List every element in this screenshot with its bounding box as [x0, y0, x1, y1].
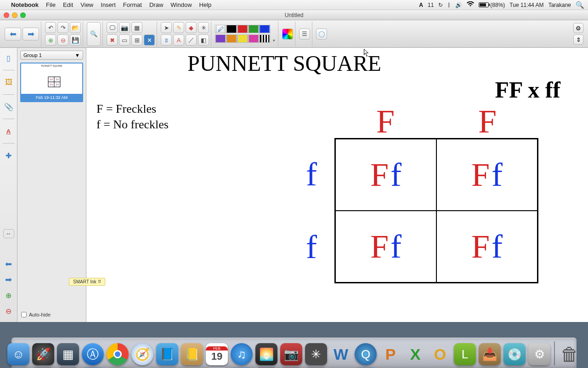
next-page-button[interactable]: ➡	[23, 28, 39, 40]
auto-hide-input[interactable]	[21, 312, 27, 317]
save-button[interactable]: 💾	[70, 34, 81, 46]
pen-red[interactable]	[237, 25, 248, 33]
dock-powerpoint[interactable]: P	[379, 343, 401, 365]
color-picker-button[interactable]	[282, 29, 293, 40]
spotlight-icon[interactable]: 🔍	[576, 1, 584, 9]
line-tool-button[interactable]: ／	[186, 34, 197, 46]
next-slide-blue[interactable]: ➡	[2, 273, 15, 286]
dock-excel[interactable]: X	[404, 343, 426, 365]
dock-finder[interactable]: ☺	[7, 343, 29, 365]
menu-edit[interactable]: Edit	[63, 1, 73, 8]
creative-pen-button[interactable]: ʬ	[161, 34, 172, 46]
camera-button[interactable]: 📷	[119, 22, 130, 33]
pen-purple[interactable]	[215, 34, 226, 43]
pen-tool-button[interactable]: ✎	[173, 22, 184, 33]
menu-view[interactable]: View	[80, 1, 93, 8]
dock-calendar[interactable]: FEB 19	[206, 343, 228, 365]
select-tool-button[interactable]: ➤	[161, 22, 172, 33]
clear-button[interactable]: ✖	[107, 34, 118, 46]
dock-appstore[interactable]: Ⓐ	[82, 343, 104, 365]
table-button[interactable]: ⊞	[131, 34, 142, 46]
measurement-button[interactable]: ◯	[316, 29, 327, 40]
prev-page-button[interactable]: ⬅	[5, 28, 21, 40]
gallery-tab[interactable]: 🖼	[2, 76, 15, 89]
add-slide-button[interactable]: ⊕	[2, 289, 15, 302]
properties-tab[interactable]: A	[2, 125, 15, 138]
settings-button[interactable]: ⚙	[573, 23, 583, 33]
expand-toolbar-button[interactable]: ⇕	[573, 34, 583, 45]
smart-blocks-button[interactable]: ✕	[144, 34, 155, 46]
menubar-clock[interactable]: Tue 11:44 AM	[509, 2, 543, 8]
dock-quicktime[interactable]: Q	[355, 343, 377, 365]
pen-magenta[interactable]	[248, 34, 259, 43]
screen-capture-button[interactable]: 🔍	[87, 22, 101, 46]
attachments-tab[interactable]: 📎	[2, 100, 15, 113]
magic-pen-button[interactable]: ✳	[198, 22, 209, 33]
auto-hide-checkbox[interactable]: Auto-hide	[20, 310, 83, 319]
dock-itunes[interactable]: ♫	[231, 343, 253, 365]
group-selector[interactable]: Group 1 ▼	[20, 51, 83, 60]
smart-ink-badge[interactable]: SMART Ink ⠿	[69, 278, 105, 286]
dock-outlook[interactable]: O	[429, 343, 451, 365]
prev-slide-blue[interactable]: ⬅	[2, 258, 15, 270]
screenshot-button[interactable]: 🖵	[107, 22, 118, 33]
menu-draw[interactable]: Draw	[149, 1, 163, 8]
dock-word[interactable]: W	[330, 343, 352, 365]
new-page-button[interactable]: ⊕	[45, 34, 56, 46]
page-sorter-tab[interactable]: ▯	[2, 52, 15, 64]
wifi-icon[interactable]	[467, 1, 474, 8]
dock-contacts[interactable]: 📒	[181, 343, 203, 365]
undo-button[interactable]: ↶	[45, 22, 56, 33]
text-tool-button[interactable]: A	[173, 34, 184, 46]
shapes-button[interactable]: ◆	[186, 22, 197, 33]
screen-shade-button[interactable]: ▭	[119, 34, 130, 46]
dock-chrome[interactable]	[107, 343, 129, 365]
close-button[interactable]	[4, 12, 9, 18]
menu-window[interactable]: Window	[170, 1, 192, 8]
move-sidebar-button[interactable]: ↔	[3, 229, 14, 238]
properties-button[interactable]: ☰	[299, 29, 310, 40]
dock-app-a[interactable]: 📥	[479, 343, 501, 365]
volume-icon[interactable]: 🔊	[455, 2, 462, 8]
menu-help[interactable]: Help	[199, 1, 212, 8]
dropdown-chevron-icon[interactable]: ▾	[271, 38, 276, 43]
slide-thumbnail-1[interactable]: Ff Ff Ff Ff Feb 19-11:32 AM	[20, 63, 83, 102]
pen-dashed[interactable]	[259, 34, 270, 43]
zoom-button[interactable]	[20, 12, 26, 18]
menu-file[interactable]: File	[46, 1, 56, 8]
document-camera-button[interactable]: ▦	[131, 22, 142, 33]
dock-safari[interactable]: 🧭	[131, 343, 153, 365]
dock-notebook[interactable]: 📘	[156, 343, 178, 365]
dock-lync[interactable]: L	[454, 343, 476, 365]
dock-launchpad[interactable]: 🚀	[32, 343, 54, 365]
dock-app-b[interactable]: 💿	[503, 343, 526, 365]
adobe-icon[interactable]: A	[419, 2, 423, 8]
pen-yellow[interactable]	[237, 34, 248, 43]
dock-photobooth[interactable]: 📷	[280, 343, 302, 365]
menu-format[interactable]: Format	[123, 1, 142, 8]
pen-black[interactable]	[226, 25, 237, 33]
dock-mission-control[interactable]: ▦	[57, 343, 79, 365]
redo-button[interactable]: ↷	[57, 22, 68, 33]
dock-app-c[interactable]: ⚙	[528, 343, 550, 365]
battery-icon[interactable]: (88%)	[479, 2, 505, 8]
remove-slide-button[interactable]: ⊖	[2, 305, 15, 317]
menu-insert[interactable]: Insert	[101, 1, 116, 8]
minimize-button[interactable]	[12, 12, 17, 18]
open-button[interactable]: 📂	[70, 22, 81, 33]
pen-black-thick[interactable]: 🖊	[215, 25, 226, 33]
delete-page-button[interactable]: ⊖	[57, 34, 68, 46]
addons-tab[interactable]: ✚	[2, 149, 15, 162]
dock-iphoto[interactable]: 🌅	[255, 343, 277, 365]
menubar-app[interactable]: Notebook	[11, 1, 39, 8]
pen-blue[interactable]	[259, 25, 270, 33]
pen-orange[interactable]	[226, 34, 237, 43]
menubar-user[interactable]: Tarakane	[548, 2, 571, 8]
bluetooth-icon[interactable]: ᛒ	[447, 2, 451, 8]
eraser-tool-button[interactable]: ◧	[198, 34, 209, 46]
canvas[interactable]: PUNNETT SQUARE FF x ff F = Freckles f = …	[86, 48, 588, 322]
dock-trash[interactable]: 🗑	[559, 343, 581, 365]
timemachine-icon[interactable]: ↻	[438, 2, 443, 8]
pen-green[interactable]	[248, 25, 259, 33]
dock-wolfram[interactable]: ✳	[305, 343, 327, 365]
